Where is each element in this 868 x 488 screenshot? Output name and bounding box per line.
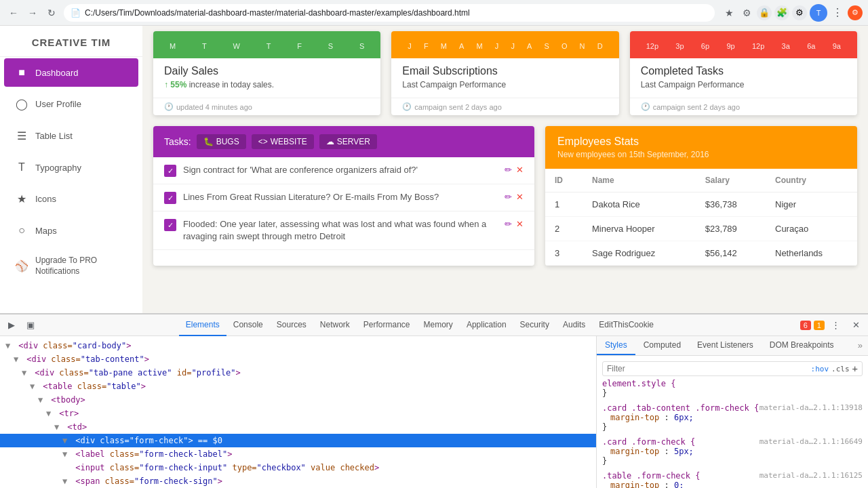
html-line-11[interactable]: ▼ <span class="form-check-sign">: [0, 474, 596, 488]
task-delete-2[interactable]: ✕: [516, 192, 524, 202]
col-country: Country: [766, 169, 857, 192]
devtools-tab-editthiscookie[interactable]: EditThisCookie: [592, 314, 660, 336]
task-row-3: ✓ Flooded: One year later, assessing wha…: [153, 211, 534, 250]
html-line-5[interactable]: ▼ <tbody>: [0, 393, 596, 407]
bottom-row: Tasks: 🐛 BUGS <> WEBSITE ☁ SERVER: [153, 126, 857, 266]
html-line-6[interactable]: ▼ <tr>: [0, 407, 596, 420]
devtools-tab-sources[interactable]: Sources: [270, 314, 313, 336]
task-delete-1[interactable]: ✕: [516, 165, 524, 175]
sidebar-item-maps[interactable]: ○ Maps: [4, 216, 138, 245]
devtools-tab-network[interactable]: Network: [313, 314, 357, 336]
completed-tasks-days: 12p3p 6p9p 12p3a 6a9a: [641, 39, 846, 53]
style-source-2[interactable]: material-da…2.1.1:16649: [760, 437, 863, 446]
sidebar-item-upgrade[interactable]: ⚾ Upgrade To PRONotifications: [4, 247, 138, 285]
sidebar-brand: CREATIVE TIM: [0, 26, 142, 57]
html-line-7[interactable]: ▼ <td>: [0, 420, 596, 434]
task-text-3: Flooded: One year later, assessing what …: [183, 218, 498, 243]
styles-tab-event-listeners[interactable]: Event Listeners: [689, 336, 762, 355]
emp1-country: Niger: [766, 192, 857, 217]
main-content: MT WT FS S Daily Sales ↑ 55% increase in…: [142, 26, 868, 313]
emp2-name: Minerva Hooper: [583, 217, 696, 241]
task-checkbox-3[interactable]: ✓: [164, 219, 176, 231]
emp2-country: Curaçao: [766, 217, 857, 241]
task-delete-3[interactable]: ✕: [516, 219, 524, 229]
address-bar[interactable]: 📄 C:/Users/Tim/Downloads/material-dashbo…: [64, 4, 715, 22]
extensions-icon[interactable]: ⚙: [739, 5, 754, 20]
forward-button[interactable]: →: [24, 5, 41, 21]
task-edit-3[interactable]: ✏: [505, 219, 512, 229]
profile-avatar[interactable]: T: [810, 4, 827, 22]
email-subscriptions-footer: 🕐 campaign sent 2 days ago: [391, 98, 618, 115]
devtools-tab-application[interactable]: Application: [460, 314, 513, 336]
sidebar-item-user-profile[interactable]: ◯ User Profile: [4, 89, 138, 119]
ext2-icon[interactable]: 🧩: [774, 5, 789, 20]
devtools-body: ▼ <div class="card-body"> ▼ <div class="…: [0, 336, 868, 488]
task-checkbox-2[interactable]: ✓: [164, 192, 176, 204]
daily-sales-title: Daily Sales: [164, 65, 370, 77]
devtools-device-button[interactable]: ▣: [22, 317, 39, 334]
completed-tasks-header: 12p3p 6p9p 12p3a 6a9a: [630, 31, 857, 58]
sidebar-item-dashboard[interactable]: ■ Dashboard: [4, 58, 138, 87]
tasks-card: Tasks: 🐛 BUGS <> WEBSITE ☁ SERVER: [153, 126, 534, 266]
style-source-1[interactable]: material-da…2.1.1:13918: [760, 403, 863, 412]
html-line-10[interactable]: ▶ <input class="form-check-input" type="…: [0, 461, 596, 474]
ext1-icon[interactable]: 🔒: [757, 5, 772, 20]
col-salary: Salary: [696, 169, 766, 192]
devtools-tab-performance[interactable]: Performance: [357, 314, 417, 336]
expand-arrow-1[interactable]: ▼: [5, 340, 14, 352]
add-style-button[interactable]: +: [852, 363, 858, 374]
pseudo-filter[interactable]: :hov: [811, 365, 829, 373]
devtools-close-button[interactable]: ✕: [848, 317, 865, 334]
devtools-inspect-button[interactable]: ▶: [3, 317, 20, 334]
devtools-tab-audits[interactable]: Audits: [556, 314, 592, 336]
email-subscriptions-days: JF MA MJ JA SO ND: [402, 39, 608, 53]
styles-tab-computed[interactable]: Computed: [635, 336, 689, 355]
devtools-tab-memory[interactable]: Memory: [417, 314, 460, 336]
sidebar-item-typography[interactable]: T Typography: [4, 153, 138, 182]
html-line-2[interactable]: ▼ <div class="tab-content">: [0, 352, 596, 366]
employees-card: Employees Stats New employees on 15th Se…: [545, 126, 857, 266]
bookmark-icon[interactable]: ★: [722, 5, 736, 20]
reload-button[interactable]: ↻: [43, 5, 60, 21]
devtools-tab-console[interactable]: Console: [226, 314, 270, 336]
styles-more-button[interactable]: »: [852, 336, 868, 355]
ext3-icon[interactable]: ⚙: [792, 5, 807, 20]
devtools-more-button[interactable]: ⋮: [827, 317, 845, 334]
html-line-3[interactable]: ▼ <div class="tab-pane active" id="profi…: [0, 366, 596, 380]
html-line-9[interactable]: ▼ <label class="form-check-label">: [0, 447, 596, 461]
menu-icon[interactable]: ⋮: [830, 5, 845, 20]
html-line-4[interactable]: ▼ <table class="table">: [0, 380, 596, 393]
employee-row-2: 2 Minerva Hooper $23,789 Curaçao: [545, 217, 857, 241]
daily-sales-days: MT WT FS S: [164, 39, 370, 53]
completed-tasks-body: Completed Tasks Last Campaign Performanc…: [630, 58, 857, 98]
task-edit-1[interactable]: ✏: [505, 165, 512, 175]
sidebar-item-table-list[interactable]: ☰ Table List: [4, 121, 138, 150]
icons-icon: ★: [15, 192, 28, 205]
filter-bar: :hov .cls +: [602, 361, 863, 376]
devtools-icon[interactable]: ⚙: [848, 5, 863, 20]
html-line-8[interactable]: ▼ <div class="form-check"> == $0: [0, 434, 596, 447]
cls-filter[interactable]: .cls: [831, 365, 850, 373]
devtools-tab-elements[interactable]: Elements: [179, 314, 226, 336]
styles-tab-styles[interactable]: Styles: [597, 336, 635, 355]
tasks-tab-bugs[interactable]: 🐛 BUGS: [197, 134, 246, 149]
email-subscriptions-body: Email Subscriptions Last Campaign Perfor…: [391, 58, 618, 98]
back-button[interactable]: ←: [5, 5, 22, 21]
html-line-1[interactable]: ▼ <div class="card-body">: [0, 339, 596, 352]
app-container: CREATIVE TIM ■ Dashboard ◯ User Profile …: [0, 26, 868, 313]
maps-icon: ○: [15, 224, 28, 237]
emp3-id: 3: [545, 241, 583, 266]
style-source-3[interactable]: material-da…2.1.1:16125: [760, 471, 863, 480]
user-profile-icon: ◯: [15, 98, 28, 110]
devtools-tab-security[interactable]: Security: [513, 314, 556, 336]
filter-input[interactable]: [607, 364, 808, 373]
sidebar-item-icons[interactable]: ★ Icons: [4, 184, 138, 214]
tasks-tab-server[interactable]: ☁ SERVER: [319, 134, 377, 149]
tasks-tab-website[interactable]: <> WEBSITE: [252, 134, 314, 149]
task-checkbox-1[interactable]: ✓: [164, 165, 176, 177]
styles-tab-dom-breakpoints[interactable]: DOM Breakpoints: [762, 336, 842, 355]
task-edit-2[interactable]: ✏: [505, 192, 512, 202]
favicon: 📄: [71, 8, 81, 18]
table-list-icon: ☰: [15, 129, 28, 142]
warn-badge: 1: [814, 321, 825, 330]
